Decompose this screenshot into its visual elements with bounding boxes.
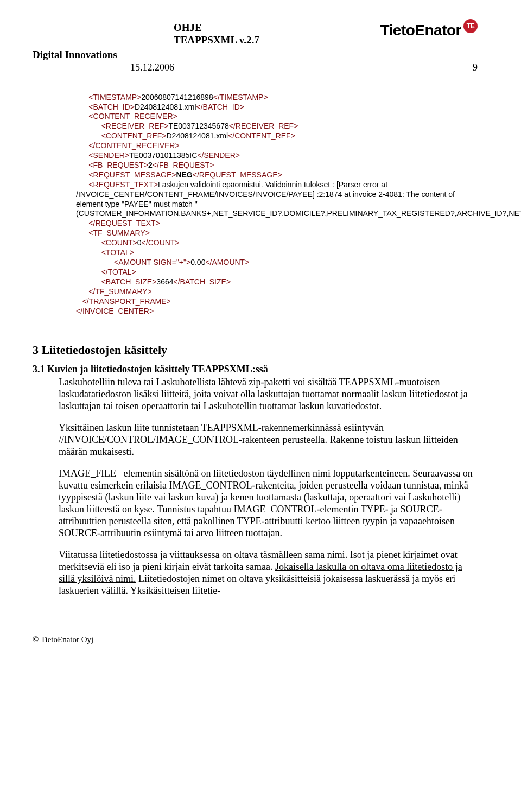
- xml-tag: </CONTENT_REF>: [228, 131, 295, 140]
- xml-tag: </COUNT>: [142, 238, 180, 247]
- xml-tag: <TF_SUMMARY>: [88, 229, 150, 237]
- section-3-title: 3 Liitetiedostojen käsittely: [33, 343, 478, 357]
- xml-value: TE003712345678: [168, 122, 228, 130]
- paragraph-3: IMAGE_FILE –elementin sisältönä on liite…: [59, 468, 478, 540]
- xml-tag: <CONTENT_RECEIVER>: [88, 112, 177, 120]
- doc-title: TEAPPSXML v.2.7: [174, 34, 380, 47]
- page-footer: © TietoEnator Oyj: [33, 635, 478, 644]
- xml-tag: </FB_REQUEST>: [153, 161, 214, 169]
- subsection-3-1-title: 3.1 Kuvien ja liitetiedostojen käsittely…: [33, 364, 268, 375]
- page-header: OHJE TEAPPSXML v.2.7 TietoEnator TE: [33, 22, 478, 47]
- paragraph-1: Laskuhotelliin tuleva tai Laskuhotellist…: [59, 377, 478, 413]
- xml-value: D2408124081.xml: [135, 103, 196, 111]
- xml-tag: </BATCH_SIZE>: [174, 277, 231, 286]
- xml-tag: <BATCH_ID>: [88, 103, 135, 111]
- xml-tag: </TIMESTAMP>: [213, 93, 268, 101]
- xml-tag: <REQUEST_TEXT>: [88, 180, 158, 189]
- xml-value: NEG: [176, 170, 192, 179]
- xml-tag: </SENDER>: [197, 151, 240, 160]
- xml-tag: <AMOUNT SIGN="+">: [114, 258, 190, 267]
- page-container: OHJE TEAPPSXML v.2.7 TietoEnator TE Digi…: [0, 0, 521, 666]
- paragraph-4: Viitatussa liitetiedostossa ja viittauks…: [59, 549, 478, 597]
- paragraph-2: Yksittäinen laskun liite tunnistetaan TE…: [59, 422, 478, 458]
- brand-logo: TietoEnator TE: [380, 22, 478, 39]
- xml-code-block: <TIMESTAMP>20060807141216898</TIMESTAMP>…: [76, 93, 478, 316]
- xml-value: 0.00: [190, 258, 205, 267]
- xml-value: 2: [148, 161, 153, 169]
- document-date: 15.12.2006: [130, 62, 174, 73]
- xml-tag: <CONTENT_REF>: [101, 131, 167, 140]
- xml-value: D2408124081.xml: [167, 131, 228, 140]
- xml-value: 0: [137, 238, 142, 247]
- xml-value: TE003701011385IC: [129, 151, 197, 160]
- xml-tag: <REQUEST_MESSAGE>: [88, 170, 176, 179]
- xml-tag: <BATCH_SIZE>: [101, 277, 157, 286]
- xml-tag: <TOTAL>: [101, 248, 134, 257]
- xml-value: 20060807141216898: [141, 93, 213, 101]
- xml-tag: </AMOUNT>: [205, 258, 249, 267]
- xml-tag: </TRANSPORT_FRAME>: [82, 297, 171, 306]
- xml-value: 3664: [156, 277, 173, 286]
- xml-tag: <FB_REQUEST>: [88, 161, 148, 169]
- xml-tag: <TIMESTAMP>: [88, 93, 141, 101]
- brand-text: TietoEnator: [380, 22, 461, 39]
- page-number: 9: [473, 62, 478, 73]
- xml-tag: </RECEIVER_REF>: [229, 122, 298, 130]
- xml-tag: </REQUEST_TEXT>: [88, 219, 160, 227]
- xml-tag: </BATCH_ID>: [196, 103, 244, 111]
- xml-tag: <SENDER>: [88, 151, 129, 160]
- doc-type: OHJE: [174, 22, 380, 34]
- xml-tag: </TOTAL>: [101, 268, 136, 276]
- section-3-body: 3.1 Kuvien ja liitetiedostojen käsittely…: [59, 364, 478, 597]
- division-name: Digital Innovations: [33, 49, 478, 61]
- xml-tag: </TF_SUMMARY>: [88, 287, 151, 296]
- xml-tag: </CONTENT_RECEIVER>: [88, 141, 179, 150]
- date-line: 15.12.2006 9: [33, 62, 478, 73]
- brand-mark-icon: TE: [463, 19, 478, 33]
- header-center: OHJE TEAPPSXML v.2.7: [174, 22, 380, 47]
- xml-tag: <RECEIVER_REF>: [101, 122, 169, 130]
- xml-tag: </REQUEST_MESSAGE>: [193, 170, 282, 179]
- xml-tag: </INVOICE_CENTER>: [76, 307, 154, 315]
- xml-tag: <COUNT>: [101, 238, 137, 247]
